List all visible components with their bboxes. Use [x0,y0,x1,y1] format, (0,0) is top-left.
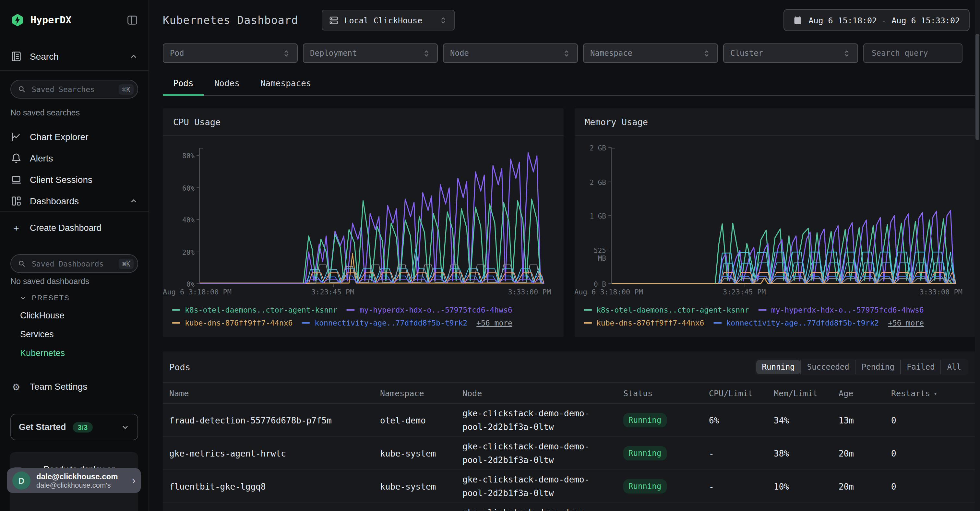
scrollbar-thumb[interactable] [975,34,979,140]
col-name[interactable]: Name [163,388,380,398]
filter-select[interactable]: Pod [163,43,298,63]
chevron-updown-icon [282,49,291,57]
sidebar-item-client-sessions[interactable]: Client Sessions [0,169,148,190]
pod-restarts: 0 [891,415,975,425]
get-started-button[interactable]: Get Started 3/3 [10,414,138,440]
col-age[interactable]: Age [838,388,891,398]
cpu-chart: 80%60%40%20%0% [163,148,563,284]
cpu-lines [200,148,551,284]
search-icon [18,85,26,93]
presets-toggle[interactable]: PRESETS [0,293,148,302]
pod-mem: 10% [774,481,838,491]
status-filter-button[interactable]: All [941,360,967,374]
user-account-button[interactable]: D dale@clickhouse.com dale@clickhouse.co… [7,468,141,493]
time-range-picker[interactable]: Aug 6 15:18:02 - Aug 6 15:33:02 [783,9,970,31]
pod-name: gke-metrics-agent-hrwtc [163,449,380,458]
legend-item[interactable]: kube-dns-876ff9ff7-44nx6 [583,318,704,328]
collapse-sidebar-icon[interactable] [126,14,138,26]
memory-plot-area[interactable] [611,148,963,284]
memory-panel-header[interactable]: Memory Usage [574,108,975,135]
tab[interactable]: Namespaces [250,75,322,95]
saved-searches-input[interactable] [30,84,119,94]
sidebar-preset-item[interactable]: Kubernetes [0,348,148,358]
avatar: D [12,471,30,490]
tab-bar: Pods Nodes Namespaces [163,75,975,96]
table-row[interactable]: gke-metrics-agent-hrwtc kube-system gke-… [163,437,975,470]
sidebar-preset-item[interactable]: Services [0,329,148,340]
legend-item[interactable]: my-hyperdx-hdx-o..-57975fcd6-4hws6 [758,306,924,315]
plus-icon: + [10,222,22,233]
table-row[interactable]: gke-clickstack-demo-demo- [163,503,975,511]
status-badge: Running [623,479,667,493]
col-cpu-limit[interactable]: CPU/Limit [709,388,774,398]
sort-desc-icon: ▾ [933,389,937,396]
search-query-wrap [863,43,963,63]
legend-item[interactable]: k8s-otel-daemons..ctor-agent-ksnnr [172,306,337,315]
memory-usage-panel: Memory Usage 2 GB2 GB1 GB525 MB0 B Aug 6… [574,108,975,337]
legend-item[interactable]: my-hyperdx-hdx-o..-57975fcd6-4hws6 [347,306,512,315]
chevron-updown-icon [422,49,431,57]
pod-node: gke-clickstack-demo-demo- [463,506,623,511]
pods-table-body: fraud-detection-55776d678b-p7f5m otel-de… [163,404,975,511]
col-mem-limit[interactable]: Mem/Limit [774,388,838,398]
memory-chart: 2 GB2 GB1 GB525 MB0 B [574,148,975,284]
chevron-up-icon[interactable] [129,196,138,205]
search-icon [18,259,26,268]
pod-status: Running [623,479,709,493]
legend-color-dash [302,322,310,323]
pod-node: gke-clickstack-demo-demo- pool-2d2b1f3a-… [463,407,623,434]
chevron-updown-icon [439,16,447,24]
legend-more-link[interactable]: +56 more [476,318,512,328]
filter-select[interactable]: Deployment [303,43,438,63]
presets-list: ClickHouse Services Kubernetes [0,310,148,358]
sidebar-preset-item[interactable]: ClickHouse [0,310,148,321]
legend-more-link[interactable]: +56 more [888,318,924,328]
vertical-scrollbar[interactable] [975,0,980,511]
sidebar-section-search[interactable]: Search [0,49,148,64]
col-restarts[interactable]: Restarts ▾ [891,388,975,398]
sidebar-item-chart-explorer[interactable]: Chart Explorer [0,126,148,147]
col-node[interactable]: Node [463,388,623,398]
chevron-down-icon [121,422,130,431]
saved-searches-input-wrap: ⌘K [10,80,138,99]
datasource-select[interactable]: Local ClickHouse [321,10,455,30]
sidebar-item-dashboards[interactable]: Dashboards [0,190,148,212]
filter-select[interactable]: Cluster [723,43,858,63]
dashboards-icon [10,195,22,207]
cpu-y-axis: 80%60%40%20%0% [163,148,199,284]
col-namespace[interactable]: Namespace [380,388,463,398]
search-query-input[interactable] [870,48,955,58]
tab[interactable]: Nodes [204,75,250,95]
sidebar-item-team-settings[interactable]: ⚙ Team Settings [0,379,148,394]
sidebar-item-search-label: Search [30,51,129,62]
page-title: Kubernetes Dashboard [163,14,298,26]
legend-item[interactable]: kube-dns-876ff9ff7-44nx6 [172,318,293,328]
filter-select[interactable]: Node [443,43,578,63]
saved-dashboards-input[interactable] [30,258,119,269]
bell-icon [10,152,22,164]
sidebar-item-alerts[interactable]: Alerts [0,147,148,169]
pods-panel: Pods Running Succeeded Pending Failed Al… [163,352,975,511]
legend-item[interactable]: konnectivity-age..77dfdd8f5b-t9rk2 [302,318,467,328]
create-dashboard-button[interactable]: + Create Dashboard [0,218,148,237]
gear-icon: ⚙ [10,380,22,392]
cpu-plot-area[interactable] [199,148,551,284]
status-filter-button[interactable]: Pending [855,360,900,374]
table-row[interactable]: fraud-detection-55776d678b-p7f5m otel-de… [163,404,975,437]
database-icon [328,15,338,25]
chevron-up-icon[interactable] [129,52,138,61]
table-row[interactable]: fluentbit-gke-lggq8 kube-system gke-clic… [163,470,975,503]
filter-select[interactable]: Namespace [583,43,718,63]
pod-status: Running [623,446,709,460]
status-filter-button[interactable]: Failed [900,360,941,374]
pod-namespace: otel-demo [380,415,463,425]
pod-namespace: kube-system [380,481,463,491]
cpu-panel-header[interactable]: CPU Usage [163,108,563,135]
pod-restarts: 0 [891,449,975,458]
col-status[interactable]: Status [623,388,709,398]
tab[interactable]: Pods [163,75,204,95]
legend-item[interactable]: k8s-otel-daemons..ctor-agent-ksnnr [583,306,749,315]
status-filter-button[interactable]: Running [756,360,801,374]
legend-item[interactable]: konnectivity-age..77dfdd8f5b-t9rk2 [713,318,879,328]
status-filter-button[interactable]: Succeeded [801,360,855,374]
